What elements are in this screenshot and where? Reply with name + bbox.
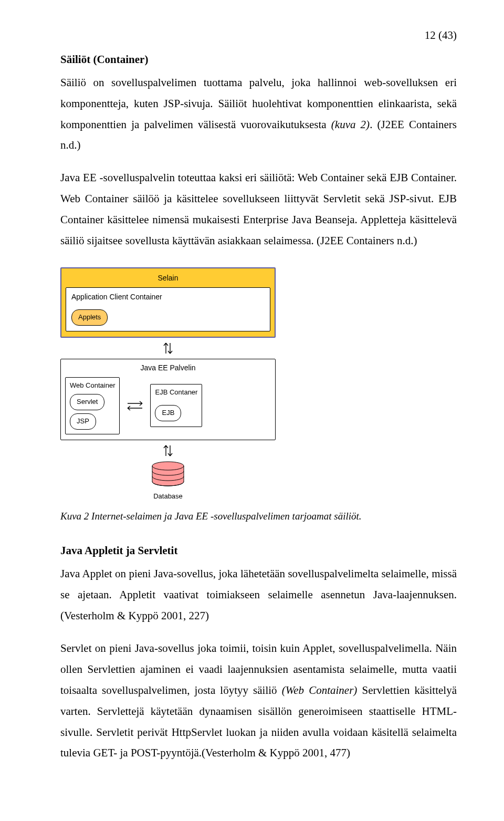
ejb-container-title: EJB Contaner xyxy=(155,386,197,399)
web-container-title: Web Container xyxy=(70,379,115,392)
app-client-container-box: Application Client Container Applets xyxy=(66,287,270,331)
paragraph-1: Säiliö on sovelluspalvelimen tuottama pa… xyxy=(60,72,457,157)
browser-title: Selain xyxy=(66,271,270,285)
paragraph-4: Servlet on pieni Java-sovellus joka toim… xyxy=(60,638,457,764)
ejb-pill: EJB xyxy=(155,405,181,421)
figure-caption: Kuva 2 Internet-selaimen ja Java EE -sov… xyxy=(60,507,457,526)
page-number: 12 (43) xyxy=(60,25,457,46)
javaee-server-title: Java EE Palvelin xyxy=(65,361,271,375)
applets-pill: Applets xyxy=(71,309,108,326)
jsp-pill: JSP xyxy=(70,413,96,430)
paragraph-1-ref-italic: (kuva 2) xyxy=(331,118,370,131)
ejb-container-box: EJB Contaner EJB xyxy=(150,384,202,427)
paragraph-2: Java EE -sovelluspalvelin toteuttaa kaks… xyxy=(60,168,457,252)
heading-applets-servlets: Java Appletit ja Servletit xyxy=(60,541,457,562)
database-icon xyxy=(149,461,187,489)
app-client-container-title: Application Client Container xyxy=(71,290,265,304)
double-arrow-horizontal-icon xyxy=(125,400,145,411)
architecture-diagram: Selain Application Client Container Appl… xyxy=(60,267,276,503)
double-arrow-vertical-icon xyxy=(60,441,276,460)
paragraph-4-ref-italic: (Web Container) xyxy=(282,684,358,697)
database-label: Database xyxy=(153,490,183,503)
servlet-pill: Servlet xyxy=(70,394,104,410)
double-arrow-vertical-icon xyxy=(60,339,276,358)
browser-box: Selain Application Client Container Appl… xyxy=(60,267,276,338)
database-block: Database xyxy=(60,461,276,503)
paragraph-3: Java Applet on pieni Java-sovellus, joka… xyxy=(60,564,457,627)
javaee-server-box: Java EE Palvelin Web Container Servlet J… xyxy=(60,359,276,440)
web-container-box: Web Container Servlet JSP xyxy=(65,377,120,434)
heading-containers: Säiliöt (Container) xyxy=(60,49,457,70)
